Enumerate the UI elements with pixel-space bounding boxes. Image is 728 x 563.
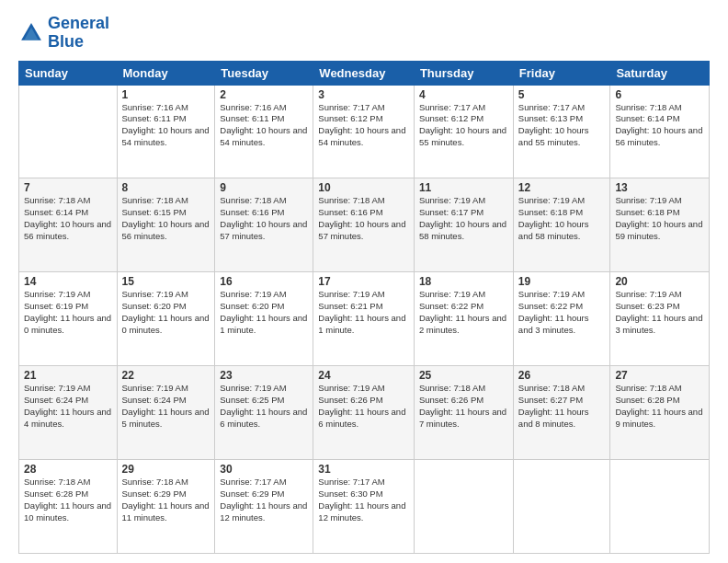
logo-icon bbox=[18, 20, 44, 46]
day-number: 23 bbox=[220, 369, 308, 382]
calendar-day-cell: 5Sunrise: 7:17 AMSunset: 6:13 PMDaylight… bbox=[513, 85, 610, 178]
calendar-day-cell bbox=[414, 460, 513, 554]
day-number: 3 bbox=[318, 88, 409, 101]
day-info: Sunrise: 7:18 AMSunset: 6:26 PMDaylight:… bbox=[419, 383, 508, 430]
day-number: 4 bbox=[419, 88, 508, 101]
calendar-day-cell: 30Sunrise: 7:17 AMSunset: 6:29 PMDayligh… bbox=[215, 460, 313, 554]
day-number: 18 bbox=[419, 275, 508, 288]
day-info: Sunrise: 7:19 AMSunset: 6:25 PMDaylight:… bbox=[220, 383, 308, 430]
day-number: 17 bbox=[318, 275, 409, 288]
day-number: 25 bbox=[419, 369, 508, 382]
calendar-day-cell: 13Sunrise: 7:19 AMSunset: 6:18 PMDayligh… bbox=[610, 178, 710, 272]
day-number: 21 bbox=[24, 369, 112, 382]
day-number: 12 bbox=[518, 181, 606, 194]
day-info: Sunrise: 7:19 AMSunset: 6:18 PMDaylight:… bbox=[615, 195, 704, 242]
weekday-header-cell: Sunday bbox=[19, 61, 118, 85]
calendar-day-cell: 23Sunrise: 7:19 AMSunset: 6:25 PMDayligh… bbox=[215, 366, 313, 460]
calendar-week-row: 1Sunrise: 7:16 AMSunset: 6:11 PMDaylight… bbox=[19, 85, 710, 178]
day-info: Sunrise: 7:19 AMSunset: 6:20 PMDaylight:… bbox=[122, 289, 210, 336]
day-number: 14 bbox=[24, 275, 112, 288]
day-number: 29 bbox=[122, 463, 210, 476]
day-number: 26 bbox=[518, 369, 606, 382]
calendar-day-cell: 11Sunrise: 7:19 AMSunset: 6:17 PMDayligh… bbox=[414, 178, 513, 272]
day-number: 5 bbox=[518, 88, 606, 101]
weekday-header-cell: Saturday bbox=[610, 61, 710, 85]
day-number: 19 bbox=[518, 275, 606, 288]
day-number: 16 bbox=[220, 275, 308, 288]
day-info: Sunrise: 7:18 AMSunset: 6:16 PMDaylight:… bbox=[318, 195, 409, 242]
day-number: 11 bbox=[419, 181, 508, 194]
calendar-day-cell: 3Sunrise: 7:17 AMSunset: 6:12 PMDaylight… bbox=[313, 85, 415, 178]
calendar-day-cell: 7Sunrise: 7:18 AMSunset: 6:14 PMDaylight… bbox=[19, 178, 118, 272]
day-number: 6 bbox=[615, 88, 704, 101]
calendar-day-cell bbox=[610, 460, 710, 554]
calendar-week-row: 21Sunrise: 7:19 AMSunset: 6:24 PMDayligh… bbox=[19, 366, 710, 460]
day-number: 9 bbox=[220, 181, 308, 194]
calendar-day-cell: 12Sunrise: 7:19 AMSunset: 6:18 PMDayligh… bbox=[513, 178, 610, 272]
calendar-day-cell: 15Sunrise: 7:19 AMSunset: 6:20 PMDayligh… bbox=[117, 272, 215, 366]
day-info: Sunrise: 7:17 AMSunset: 6:29 PMDaylight:… bbox=[220, 477, 308, 523]
day-number: 1 bbox=[122, 88, 210, 101]
weekday-header-cell: Wednesday bbox=[313, 61, 415, 85]
day-number: 30 bbox=[220, 463, 308, 476]
calendar-day-cell: 1Sunrise: 7:16 AMSunset: 6:11 PMDaylight… bbox=[117, 85, 215, 178]
day-info: Sunrise: 7:17 AMSunset: 6:12 PMDaylight:… bbox=[318, 102, 409, 149]
header: General Blue bbox=[18, 15, 710, 52]
day-info: Sunrise: 7:18 AMSunset: 6:29 PMDaylight:… bbox=[122, 477, 210, 523]
day-info: Sunrise: 7:19 AMSunset: 6:24 PMDaylight:… bbox=[24, 383, 112, 430]
calendar-day-cell: 19Sunrise: 7:19 AMSunset: 6:22 PMDayligh… bbox=[513, 272, 610, 366]
calendar-day-cell: 21Sunrise: 7:19 AMSunset: 6:24 PMDayligh… bbox=[19, 366, 118, 460]
calendar-day-cell: 24Sunrise: 7:19 AMSunset: 6:26 PMDayligh… bbox=[313, 366, 415, 460]
day-number: 28 bbox=[24, 463, 112, 476]
day-info: Sunrise: 7:18 AMSunset: 6:28 PMDaylight:… bbox=[24, 477, 112, 523]
calendar-day-cell: 8Sunrise: 7:18 AMSunset: 6:15 PMDaylight… bbox=[117, 178, 215, 272]
calendar-day-cell: 16Sunrise: 7:19 AMSunset: 6:20 PMDayligh… bbox=[215, 272, 313, 366]
day-info: Sunrise: 7:19 AMSunset: 6:17 PMDaylight:… bbox=[419, 195, 508, 242]
calendar-day-cell: 10Sunrise: 7:18 AMSunset: 6:16 PMDayligh… bbox=[313, 178, 415, 272]
day-number: 20 bbox=[615, 275, 704, 288]
day-info: Sunrise: 7:18 AMSunset: 6:14 PMDaylight:… bbox=[615, 102, 704, 149]
day-number: 8 bbox=[122, 181, 210, 194]
calendar-day-cell: 18Sunrise: 7:19 AMSunset: 6:22 PMDayligh… bbox=[414, 272, 513, 366]
day-number: 27 bbox=[615, 369, 704, 382]
calendar-day-cell: 28Sunrise: 7:18 AMSunset: 6:28 PMDayligh… bbox=[19, 460, 118, 554]
calendar-day-cell: 27Sunrise: 7:18 AMSunset: 6:28 PMDayligh… bbox=[610, 366, 710, 460]
calendar-day-cell: 17Sunrise: 7:19 AMSunset: 6:21 PMDayligh… bbox=[313, 272, 415, 366]
day-info: Sunrise: 7:19 AMSunset: 6:24 PMDaylight:… bbox=[122, 383, 210, 430]
day-info: Sunrise: 7:19 AMSunset: 6:26 PMDaylight:… bbox=[318, 383, 409, 430]
day-info: Sunrise: 7:17 AMSunset: 6:12 PMDaylight:… bbox=[419, 102, 508, 149]
calendar-day-cell: 25Sunrise: 7:18 AMSunset: 6:26 PMDayligh… bbox=[414, 366, 513, 460]
weekday-header-cell: Thursday bbox=[414, 61, 513, 85]
day-info: Sunrise: 7:18 AMSunset: 6:14 PMDaylight:… bbox=[24, 195, 112, 242]
day-number: 24 bbox=[318, 369, 409, 382]
calendar-day-cell bbox=[513, 460, 610, 554]
day-info: Sunrise: 7:18 AMSunset: 6:15 PMDaylight:… bbox=[122, 195, 210, 242]
calendar-day-cell: 14Sunrise: 7:19 AMSunset: 6:19 PMDayligh… bbox=[19, 272, 118, 366]
day-number: 7 bbox=[24, 181, 112, 194]
day-info: Sunrise: 7:18 AMSunset: 6:27 PMDaylight:… bbox=[518, 383, 606, 430]
logo: General Blue bbox=[18, 15, 109, 52]
calendar-day-cell: 26Sunrise: 7:18 AMSunset: 6:27 PMDayligh… bbox=[513, 366, 610, 460]
day-info: Sunrise: 7:16 AMSunset: 6:11 PMDaylight:… bbox=[220, 102, 308, 149]
calendar-day-cell: 6Sunrise: 7:18 AMSunset: 6:14 PMDaylight… bbox=[610, 85, 710, 178]
day-info: Sunrise: 7:17 AMSunset: 6:13 PMDaylight:… bbox=[518, 102, 606, 149]
day-number: 13 bbox=[615, 181, 704, 194]
day-number: 2 bbox=[220, 88, 308, 101]
weekday-header-cell: Tuesday bbox=[215, 61, 313, 85]
day-number: 31 bbox=[318, 463, 409, 476]
day-info: Sunrise: 7:19 AMSunset: 6:21 PMDaylight:… bbox=[318, 289, 409, 336]
day-info: Sunrise: 7:19 AMSunset: 6:18 PMDaylight:… bbox=[518, 195, 606, 242]
day-number: 22 bbox=[122, 369, 210, 382]
page: General Blue SundayMondayTuesdayWednesda… bbox=[0, 0, 728, 563]
day-info: Sunrise: 7:18 AMSunset: 6:28 PMDaylight:… bbox=[615, 383, 704, 430]
calendar-day-cell: 31Sunrise: 7:17 AMSunset: 6:30 PMDayligh… bbox=[313, 460, 415, 554]
calendar-day-cell: 2Sunrise: 7:16 AMSunset: 6:11 PMDaylight… bbox=[215, 85, 313, 178]
day-info: Sunrise: 7:19 AMSunset: 6:22 PMDaylight:… bbox=[518, 289, 606, 336]
calendar-day-cell: 4Sunrise: 7:17 AMSunset: 6:12 PMDaylight… bbox=[414, 85, 513, 178]
day-info: Sunrise: 7:19 AMSunset: 6:22 PMDaylight:… bbox=[419, 289, 508, 336]
calendar-day-cell: 29Sunrise: 7:18 AMSunset: 6:29 PMDayligh… bbox=[117, 460, 215, 554]
calendar-week-row: 28Sunrise: 7:18 AMSunset: 6:28 PMDayligh… bbox=[19, 460, 710, 554]
weekday-header-cell: Friday bbox=[513, 61, 610, 85]
calendar-day-cell: 9Sunrise: 7:18 AMSunset: 6:16 PMDaylight… bbox=[215, 178, 313, 272]
day-info: Sunrise: 7:19 AMSunset: 6:23 PMDaylight:… bbox=[615, 289, 704, 336]
